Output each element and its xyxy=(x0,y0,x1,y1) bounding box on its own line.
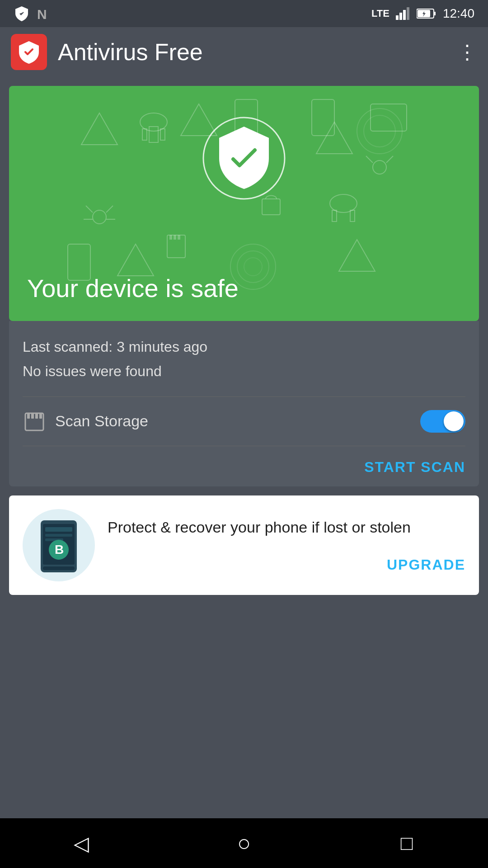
scan-storage-row: Scan Storage xyxy=(23,397,465,446)
svg-rect-40 xyxy=(174,235,176,240)
scan-storage-toggle[interactable] xyxy=(420,410,465,433)
scan-storage-left: Scan Storage xyxy=(23,410,148,433)
scan-info: Last scanned: 3 minutes ago No issues we… xyxy=(23,335,465,397)
upgrade-phone-icon: B xyxy=(34,516,84,575)
svg-rect-29 xyxy=(371,104,407,131)
svg-rect-19 xyxy=(350,210,355,222)
sd-card-icon xyxy=(23,410,46,433)
svg-marker-12 xyxy=(339,240,375,271)
svg-rect-15 xyxy=(160,129,165,140)
svg-line-22 xyxy=(106,206,113,212)
app-header: Antivirus Free ⋮ xyxy=(0,27,488,77)
n-logo-icon: N xyxy=(36,5,52,22)
time-display: 12:40 xyxy=(443,6,474,21)
svg-rect-2 xyxy=(399,13,402,20)
upgrade-card: B Protect & recover your phone if lost o… xyxy=(9,495,479,595)
svg-rect-39 xyxy=(169,235,172,240)
issues-text: No issues were found xyxy=(23,359,465,383)
svg-point-25 xyxy=(373,160,386,174)
safe-banner: Your device is safe xyxy=(9,86,479,321)
svg-point-20 xyxy=(93,210,106,224)
status-bar: N LTE 12:40 xyxy=(0,0,488,27)
more-menu-button[interactable]: ⋮ xyxy=(457,42,477,62)
home-button[interactable]: ○ xyxy=(226,830,262,857)
svg-rect-45 xyxy=(31,413,34,419)
app-header-left: Antivirus Free xyxy=(11,34,203,70)
battery-icon xyxy=(417,8,436,19)
svg-rect-41 xyxy=(178,235,180,240)
svg-point-35 xyxy=(244,258,262,276)
device-safe-text: Your device is safe xyxy=(27,274,461,303)
app-title: Antivirus Free xyxy=(58,38,203,66)
shield-check-icon xyxy=(199,113,289,203)
svg-rect-31 xyxy=(312,99,334,136)
upgrade-description: Protect & recover your phone if lost or … xyxy=(108,517,465,538)
svg-rect-47 xyxy=(39,413,42,419)
svg-text:B: B xyxy=(55,542,64,557)
scan-storage-label: Scan Storage xyxy=(55,412,148,430)
back-button[interactable]: ◁ xyxy=(63,830,99,857)
bottom-navigation: ◁ ○ □ xyxy=(0,818,488,868)
shield-status-icon xyxy=(14,5,30,22)
app-shield-icon xyxy=(16,39,42,65)
upgrade-icon-circle: B xyxy=(23,509,95,581)
main-content: Your device is safe Last scanned: 3 minu… xyxy=(0,77,488,604)
svg-rect-4 xyxy=(407,7,409,20)
svg-rect-14 xyxy=(142,129,147,140)
svg-marker-11 xyxy=(117,244,154,276)
svg-rect-6 xyxy=(434,12,436,15)
svg-marker-8 xyxy=(81,113,117,145)
svg-rect-16 xyxy=(149,127,158,142)
app-icon xyxy=(11,34,47,70)
svg-rect-51 xyxy=(45,534,72,537)
status-bar-left-icons: N xyxy=(14,5,52,22)
info-card: Last scanned: 3 minutes ago No issues we… xyxy=(9,321,479,486)
svg-text:N: N xyxy=(37,7,47,22)
start-scan-row: START SCAN xyxy=(23,446,465,486)
svg-rect-55 xyxy=(43,566,75,570)
svg-rect-3 xyxy=(403,10,406,20)
svg-line-21 xyxy=(86,206,93,212)
last-scanned-text: Last scanned: 3 minutes ago xyxy=(23,335,465,359)
toggle-knob xyxy=(444,411,464,431)
shield-circle-container xyxy=(199,113,289,205)
svg-rect-44 xyxy=(27,413,30,419)
status-bar-right-icons: LTE 12:40 xyxy=(371,6,474,21)
start-scan-button[interactable]: START SCAN xyxy=(364,459,465,476)
svg-rect-46 xyxy=(35,413,38,419)
svg-rect-18 xyxy=(332,210,337,222)
svg-line-27 xyxy=(386,156,393,163)
upgrade-text-area: Protect & recover your phone if lost or … xyxy=(108,517,465,573)
svg-line-26 xyxy=(366,156,373,163)
lte-label: LTE xyxy=(371,8,389,19)
signal-icon xyxy=(396,7,410,20)
upgrade-button[interactable]: UPGRADE xyxy=(108,557,465,573)
svg-rect-50 xyxy=(45,527,72,532)
recents-button[interactable]: □ xyxy=(389,830,425,857)
svg-rect-1 xyxy=(396,15,399,20)
